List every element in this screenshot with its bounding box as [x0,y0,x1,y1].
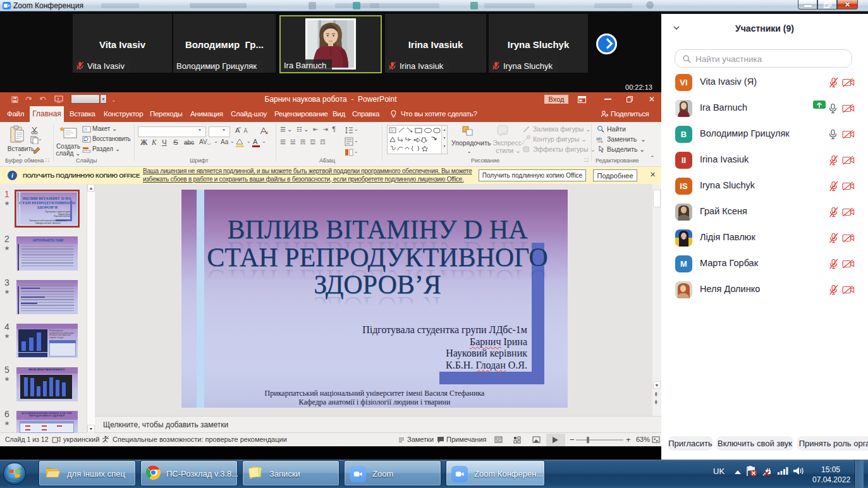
svg-text:ab: ab [596,136,602,142]
